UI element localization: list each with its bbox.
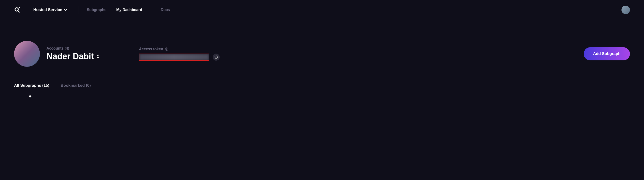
active-tab-indicator [29,95,31,98]
nav-subgraphs[interactable]: Subgraphs [87,8,106,12]
svg-point-5 [166,48,167,49]
graph-logo-icon [14,6,20,14]
user-avatar-large [14,41,40,67]
token-label-row: Access token [139,47,220,51]
nav-docs[interactable]: Docs [161,8,170,12]
refresh-token-button[interactable] [213,54,220,61]
access-token-value[interactable] [139,54,209,61]
service-label: Hosted Service [33,8,62,12]
chevron-down-icon [64,9,67,11]
svg-point-2 [19,7,20,8]
access-token-section: Access token [139,47,220,61]
accounts-count-label: Accounts (4) [46,46,100,51]
header: Hosted Service Subgraphs My Dashboard Do… [0,0,644,20]
info-icon[interactable] [165,48,168,51]
add-subgraph-button[interactable]: Add Subgraph [584,47,630,60]
tab-bookmarked[interactable]: Bookmarked (0) [60,83,90,88]
tab-all-subgraphs[interactable]: All Subgraphs (15) [14,83,49,88]
nav-divider [152,6,152,14]
tabs: All Subgraphs (15) Bookmarked (0) [14,83,630,92]
account-switcher-icon[interactable] [97,55,100,58]
token-row [139,54,220,61]
svg-line-1 [18,11,19,12]
service-dropdown[interactable]: Hosted Service [33,8,67,12]
logo[interactable] [14,6,20,14]
profile-row: Accounts (4) Nader Dabit Access token [14,41,630,67]
refresh-icon [214,55,218,59]
user-name-row[interactable]: Nader Dabit [46,52,100,61]
main-content: Accounts (4) Nader Dabit Access token [0,20,644,92]
nav-my-dashboard[interactable]: My Dashboard [116,8,142,12]
user-avatar-small[interactable] [622,6,630,14]
user-name: Nader Dabit [46,52,94,61]
user-info: Accounts (4) Nader Dabit [46,46,100,61]
access-token-label: Access token [139,47,163,51]
nav-divider [78,6,78,14]
